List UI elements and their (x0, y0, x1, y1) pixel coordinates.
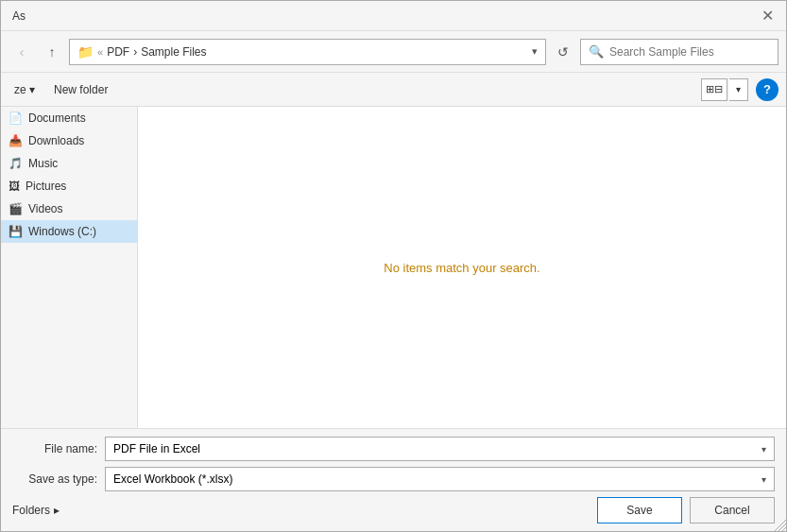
view-toggle: ⊞⊟ ▾ (701, 78, 748, 101)
music-icon: 🎵 (9, 157, 23, 170)
pictures-icon: 🖼 (9, 180, 20, 193)
filename-label: File name: (12, 442, 97, 455)
cancel-button[interactable]: Cancel (690, 497, 775, 523)
folders-expand-icon: ▸ (54, 504, 60, 517)
refresh-button[interactable]: ↺ (550, 39, 576, 65)
breadcrumb-arrow-right: › (133, 45, 137, 59)
up-button[interactable]: ↑ (39, 39, 65, 65)
sidebar-item-downloads[interactable]: 📥 Downloads (1, 129, 137, 152)
breadcrumb-separator: « (97, 46, 103, 58)
breadcrumb-path-sample: Sample Files (141, 45, 206, 59)
folder-icon: 📁 (77, 44, 94, 60)
help-button[interactable]: ? (756, 78, 778, 101)
filename-input[interactable] (113, 442, 761, 455)
saveastype-select[interactable]: Excel Workbook (*.xlsx) ▾ (105, 467, 775, 491)
filename-dropdown-arrow[interactable]: ▾ (761, 444, 766, 455)
nav-bar: ‹ ↑ 📁 « PDF › Sample Files ▾ ↺ 🔍 (1, 31, 786, 73)
breadcrumb-path-pdf: PDF (107, 45, 129, 59)
save-button[interactable]: Save (597, 497, 682, 523)
breadcrumb[interactable]: 📁 « PDF › Sample Files ▾ (69, 39, 546, 65)
action-row: Folders ▸ Save Cancel (12, 497, 775, 523)
sidebar-label-pictures: Pictures (26, 180, 66, 193)
sidebar-label-documents: Documents (28, 112, 86, 125)
search-box[interactable]: 🔍 (580, 39, 778, 65)
bottom-area: File name: ▾ Save as type: Excel Workboo… (1, 428, 786, 531)
main-area: 📄 Documents 📥 Downloads 🎵 Music 🖼 Pictur… (1, 107, 786, 428)
videos-icon: 🎬 (9, 202, 23, 215)
saveastype-label: Save as type: (12, 472, 97, 486)
search-input[interactable] (609, 45, 770, 59)
saveastype-dropdown-arrow: ▾ (761, 474, 766, 485)
sidebar-label-downloads: Downloads (28, 134, 84, 147)
toolbar: ze ▾ New folder ⊞⊟ ▾ ? (1, 73, 786, 107)
folders-label: Folders (12, 504, 50, 517)
filename-input-wrapper[interactable]: ▾ (105, 437, 775, 461)
save-as-dialog: As ✕ ‹ ↑ 📁 « PDF › Sample Files ▾ ↺ 🔍 ze… (0, 0, 787, 532)
new-folder-button[interactable]: New folder (48, 81, 113, 98)
filename-row: File name: ▾ (12, 437, 775, 461)
close-button[interactable]: ✕ (756, 5, 778, 27)
view-icon-button[interactable]: ⊞⊟ (701, 78, 727, 101)
action-buttons: Save Cancel (597, 497, 775, 523)
sidebar-item-videos[interactable]: 🎬 Videos (1, 197, 137, 220)
search-icon: 🔍 (589, 44, 604, 59)
breadcrumb-dropdown-arrow: ▾ (532, 45, 538, 58)
saveastype-value: Excel Workbook (*.xlsx) (113, 472, 232, 486)
sidebar-item-windows-c[interactable]: 💾 Windows (C:) (1, 220, 137, 243)
back-button[interactable]: ‹ (9, 39, 35, 65)
dialog-title: As (12, 9, 26, 23)
sidebar-item-music[interactable]: 🎵 Music (1, 152, 137, 175)
sidebar-label-videos: Videos (28, 202, 62, 215)
sidebar-label-music: Music (28, 157, 58, 170)
sidebar-item-documents[interactable]: 📄 Documents (1, 107, 137, 129)
saveastype-row: Save as type: Excel Workbook (*.xlsx) ▾ (12, 467, 775, 491)
file-area: No items match your search. (138, 107, 786, 428)
svg-line-1 (778, 523, 786, 531)
documents-icon: 📄 (9, 112, 23, 125)
view-dropdown-button[interactable]: ▾ (729, 78, 748, 101)
sidebar: 📄 Documents 📥 Downloads 🎵 Music 🖼 Pictur… (1, 107, 138, 428)
downloads-icon: 📥 (9, 134, 23, 147)
title-bar: As ✕ (1, 1, 786, 31)
svg-line-2 (782, 527, 786, 531)
sidebar-scroll[interactable]: 📄 Documents 📥 Downloads 🎵 Music 🖼 Pictur… (1, 107, 137, 428)
resize-grip[interactable] (771, 516, 786, 531)
organize-button[interactable]: ze ▾ (9, 81, 41, 98)
sidebar-label-windows-c: Windows (C:) (28, 225, 96, 238)
sidebar-item-pictures[interactable]: 🖼 Pictures (1, 175, 137, 197)
no-items-message: No items match your search. (384, 261, 539, 275)
folders-link[interactable]: Folders ▸ (12, 504, 60, 517)
drive-icon: 💾 (9, 225, 23, 238)
